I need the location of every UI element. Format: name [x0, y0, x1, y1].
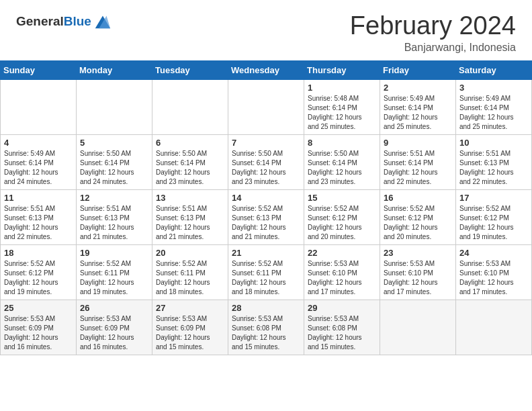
day-number: 4 [4, 138, 73, 148]
day-info: Sunrise: 5:52 AM Sunset: 6:12 PM Dayligh… [4, 259, 73, 297]
calendar-cell: 21Sunrise: 5:52 AM Sunset: 6:11 PM Dayli… [228, 244, 304, 300]
day-info: Sunrise: 5:51 AM Sunset: 6:13 PM Dayligh… [156, 204, 224, 242]
weekday-header-sunday: Sunday [1, 60, 77, 79]
calendar-cell [456, 300, 532, 355]
calendar-week-row-4: 18Sunrise: 5:52 AM Sunset: 6:12 PM Dayli… [1, 244, 532, 300]
day-info: Sunrise: 5:52 AM Sunset: 6:11 PM Dayligh… [232, 259, 300, 297]
day-number: 1 [308, 83, 376, 93]
day-number: 17 [459, 193, 528, 203]
calendar-cell: 27Sunrise: 5:53 AM Sunset: 6:09 PM Dayli… [152, 300, 228, 355]
calendar-table: SundayMondayTuesdayWednesdayThursdayFrid… [0, 60, 532, 355]
day-info: Sunrise: 5:50 AM Sunset: 6:14 PM Dayligh… [80, 149, 148, 187]
calendar-cell: 10Sunrise: 5:51 AM Sunset: 6:13 PM Dayli… [456, 134, 532, 189]
calendar-cell [1, 79, 77, 134]
day-number: 16 [384, 193, 452, 203]
day-info: Sunrise: 5:52 AM Sunset: 6:11 PM Dayligh… [80, 259, 148, 297]
day-info: Sunrise: 5:49 AM Sunset: 6:14 PM Dayligh… [4, 149, 73, 187]
calendar-cell: 25Sunrise: 5:53 AM Sunset: 6:09 PM Dayli… [1, 300, 77, 355]
calendar-cell [380, 300, 456, 355]
calendar-cell: 24Sunrise: 5:53 AM Sunset: 6:10 PM Dayli… [456, 244, 532, 300]
day-info: Sunrise: 5:48 AM Sunset: 6:14 PM Dayligh… [308, 94, 376, 132]
logo: GeneralBlue [16, 12, 112, 31]
weekday-header-thursday: Thursday [304, 60, 380, 79]
calendar-cell: 15Sunrise: 5:52 AM Sunset: 6:12 PM Dayli… [304, 189, 380, 244]
logo-general: GeneralBlue [16, 15, 91, 29]
page-header: GeneralBlue February 2024 Banjarwangi, I… [0, 0, 532, 60]
title-block: February 2024 Banjarwangi, Indonesia [350, 12, 516, 54]
day-number: 27 [156, 303, 224, 313]
day-number: 15 [308, 193, 376, 203]
calendar-cell: 16Sunrise: 5:52 AM Sunset: 6:12 PM Dayli… [380, 189, 456, 244]
day-number: 18 [4, 248, 73, 258]
day-number: 24 [459, 248, 528, 258]
day-info: Sunrise: 5:51 AM Sunset: 6:13 PM Dayligh… [459, 149, 528, 187]
calendar-cell: 2Sunrise: 5:49 AM Sunset: 6:14 PM Daylig… [380, 79, 456, 134]
day-number: 25 [4, 303, 73, 313]
calendar-cell [228, 79, 304, 134]
day-info: Sunrise: 5:53 AM Sunset: 6:09 PM Dayligh… [4, 314, 73, 352]
calendar-week-row-2: 4Sunrise: 5:49 AM Sunset: 6:14 PM Daylig… [1, 134, 532, 189]
day-info: Sunrise: 5:52 AM Sunset: 6:12 PM Dayligh… [384, 204, 452, 242]
weekday-header-friday: Friday [380, 60, 456, 79]
calendar-cell [152, 79, 228, 134]
day-number: 28 [232, 303, 300, 313]
calendar-cell: 1Sunrise: 5:48 AM Sunset: 6:14 PM Daylig… [304, 79, 380, 134]
location: Banjarwangi, Indonesia [350, 42, 516, 54]
calendar-header-row: SundayMondayTuesdayWednesdayThursdayFrid… [1, 60, 532, 79]
calendar-cell: 7Sunrise: 5:50 AM Sunset: 6:14 PM Daylig… [228, 134, 304, 189]
calendar-cell: 28Sunrise: 5:53 AM Sunset: 6:08 PM Dayli… [228, 300, 304, 355]
day-number: 29 [308, 303, 376, 313]
calendar-cell: 19Sunrise: 5:52 AM Sunset: 6:11 PM Dayli… [77, 244, 152, 300]
logo-icon [93, 12, 112, 31]
day-info: Sunrise: 5:53 AM Sunset: 6:10 PM Dayligh… [308, 259, 376, 297]
calendar-cell: 11Sunrise: 5:51 AM Sunset: 6:13 PM Dayli… [1, 189, 77, 244]
calendar-cell: 5Sunrise: 5:50 AM Sunset: 6:14 PM Daylig… [77, 134, 152, 189]
calendar-cell: 29Sunrise: 5:53 AM Sunset: 6:08 PM Dayli… [304, 300, 380, 355]
calendar-cell: 9Sunrise: 5:51 AM Sunset: 6:14 PM Daylig… [380, 134, 456, 189]
weekday-header-saturday: Saturday [456, 60, 532, 79]
day-number: 23 [384, 248, 452, 258]
day-info: Sunrise: 5:53 AM Sunset: 6:10 PM Dayligh… [384, 259, 452, 297]
day-number: 5 [80, 138, 148, 148]
weekday-header-wednesday: Wednesday [228, 60, 304, 79]
day-info: Sunrise: 5:49 AM Sunset: 6:14 PM Dayligh… [384, 94, 452, 132]
day-number: 3 [459, 83, 528, 93]
day-number: 9 [384, 138, 452, 148]
calendar-cell: 8Sunrise: 5:50 AM Sunset: 6:14 PM Daylig… [304, 134, 380, 189]
day-info: Sunrise: 5:53 AM Sunset: 6:10 PM Dayligh… [459, 259, 528, 297]
day-info: Sunrise: 5:51 AM Sunset: 6:13 PM Dayligh… [80, 204, 148, 242]
calendar-cell: 20Sunrise: 5:52 AM Sunset: 6:11 PM Dayli… [152, 244, 228, 300]
calendar-week-row-1: 1Sunrise: 5:48 AM Sunset: 6:14 PM Daylig… [1, 79, 532, 134]
calendar-cell: 4Sunrise: 5:49 AM Sunset: 6:14 PM Daylig… [1, 134, 77, 189]
day-number: 2 [384, 83, 452, 93]
day-number: 22 [308, 248, 376, 258]
day-number: 19 [80, 248, 148, 258]
day-info: Sunrise: 5:53 AM Sunset: 6:08 PM Dayligh… [232, 314, 300, 352]
day-info: Sunrise: 5:49 AM Sunset: 6:14 PM Dayligh… [459, 94, 528, 132]
day-info: Sunrise: 5:53 AM Sunset: 6:08 PM Dayligh… [308, 314, 376, 352]
calendar-cell: 17Sunrise: 5:52 AM Sunset: 6:12 PM Dayli… [456, 189, 532, 244]
day-number: 10 [459, 138, 528, 148]
day-number: 13 [156, 193, 224, 203]
weekday-header-monday: Monday [77, 60, 152, 79]
day-info: Sunrise: 5:53 AM Sunset: 6:09 PM Dayligh… [156, 314, 224, 352]
calendar-cell: 26Sunrise: 5:53 AM Sunset: 6:09 PM Dayli… [77, 300, 152, 355]
day-number: 21 [232, 248, 300, 258]
day-info: Sunrise: 5:50 AM Sunset: 6:14 PM Dayligh… [308, 149, 376, 187]
day-info: Sunrise: 5:51 AM Sunset: 6:13 PM Dayligh… [4, 204, 73, 242]
calendar-cell: 18Sunrise: 5:52 AM Sunset: 6:12 PM Dayli… [1, 244, 77, 300]
calendar-cell: 3Sunrise: 5:49 AM Sunset: 6:14 PM Daylig… [456, 79, 532, 134]
calendar-cell [77, 79, 152, 134]
day-number: 20 [156, 248, 224, 258]
day-number: 7 [232, 138, 300, 148]
month-title: February 2024 [350, 12, 516, 40]
day-number: 6 [156, 138, 224, 148]
day-info: Sunrise: 5:51 AM Sunset: 6:14 PM Dayligh… [384, 149, 452, 187]
calendar-cell: 14Sunrise: 5:52 AM Sunset: 6:13 PM Dayli… [228, 189, 304, 244]
day-info: Sunrise: 5:52 AM Sunset: 6:13 PM Dayligh… [232, 204, 300, 242]
calendar-cell: 23Sunrise: 5:53 AM Sunset: 6:10 PM Dayli… [380, 244, 456, 300]
weekday-header-tuesday: Tuesday [152, 60, 228, 79]
day-number: 14 [232, 193, 300, 203]
calendar-cell: 13Sunrise: 5:51 AM Sunset: 6:13 PM Dayli… [152, 189, 228, 244]
calendar-week-row-5: 25Sunrise: 5:53 AM Sunset: 6:09 PM Dayli… [1, 300, 532, 355]
